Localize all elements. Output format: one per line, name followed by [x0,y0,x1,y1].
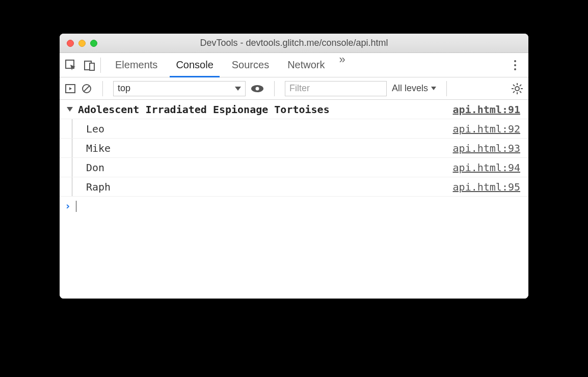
zoom-window-button[interactable] [90,40,97,47]
svg-line-16 [520,85,521,86]
tab-elements[interactable]: Elements [106,53,167,77]
tab-console[interactable]: Console [167,53,222,77]
chevron-down-icon [235,87,241,91]
svg-line-5 [84,86,90,92]
execution-context-select[interactable]: top [113,81,246,96]
console-log-entry: Mike api.html:93 [60,139,528,158]
context-value: top [118,83,130,94]
chevron-double-right-icon: » [339,53,345,66]
console-settings-icon[interactable] [511,83,523,95]
log-text: Leo [86,123,104,135]
inspect-element-icon[interactable] [65,59,77,71]
svg-point-7 [256,87,259,90]
tab-network[interactable]: Network [278,53,334,77]
tab-label: Elements [115,59,157,71]
prompt-chevron-icon: › [65,200,71,212]
console-log-entry: Don api.html:94 [60,158,528,177]
console-output: Adolescent Irradiated Espionage Tortoise… [60,100,528,299]
svg-point-8 [515,87,519,91]
separator [274,81,275,96]
window-controls [60,40,97,47]
device-toolbar-icon[interactable] [84,60,95,71]
group-label: Adolescent Irradiated Espionage Tortoise… [78,103,330,116]
console-log-entry: Raph api.html:95 [60,177,528,197]
disclosure-triangle-icon[interactable] [67,107,73,112]
devtools-menu-button[interactable] [505,60,525,70]
source-link[interactable]: api.html:91 [453,103,520,116]
svg-line-13 [513,85,515,86]
source-link[interactable]: api.html:94 [453,161,520,174]
source-link[interactable]: api.html:93 [453,142,520,154]
tab-label: Network [287,59,325,71]
clear-console-icon[interactable] [81,83,92,94]
devtools-window: DevTools - devtools.glitch.me/console/ap… [60,34,528,299]
close-window-button[interactable] [67,40,74,47]
chevron-down-icon [431,87,436,90]
console-filter-input[interactable] [285,81,387,96]
tab-label: Console [176,59,213,71]
levels-label: All levels [392,83,428,94]
devtools-tabstrip: Elements Console Sources Network » [60,53,528,77]
window-title: DevTools - devtools.glitch.me/console/ap… [60,38,528,48]
console-sidebar-toggle-icon[interactable] [65,83,76,94]
titlebar: DevTools - devtools.glitch.me/console/ap… [60,34,528,53]
live-expression-icon[interactable] [251,84,264,94]
console-toolbar: top All levels [60,77,528,100]
source-link[interactable]: api.html:92 [453,123,520,135]
tab-label: Sources [232,59,269,71]
console-log-entry: Leo api.html:92 [60,119,528,139]
log-text: Raph [86,181,111,193]
text-caret [76,201,76,212]
minimize-window-button[interactable] [78,40,86,47]
console-prompt[interactable]: › [60,197,528,227]
separator [446,81,447,96]
log-text: Mike [86,142,111,154]
separator [102,81,103,96]
svg-line-14 [520,91,521,93]
source-link[interactable]: api.html:95 [453,181,520,193]
tab-sources[interactable]: Sources [223,53,278,77]
separator [100,58,101,73]
console-group-header[interactable]: Adolescent Irradiated Espionage Tortoise… [60,100,528,119]
tabs-overflow-button[interactable]: » [334,53,351,77]
svg-rect-2 [90,63,94,70]
log-text: Don [86,161,104,174]
log-levels-select[interactable]: All levels [392,83,436,94]
svg-line-15 [513,91,515,93]
